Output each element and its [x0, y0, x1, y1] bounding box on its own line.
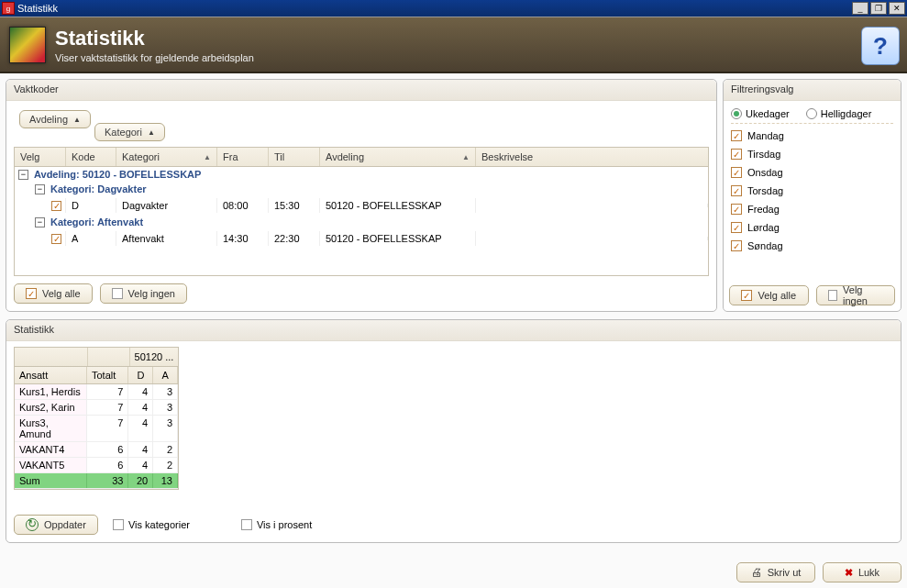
radio-unchecked-icon	[806, 108, 817, 119]
col-velg[interactable]: Velg	[15, 148, 66, 166]
help-button[interactable]: ?	[861, 27, 900, 65]
day-label: Mandag	[747, 130, 784, 141]
check-icon: ✓	[741, 290, 752, 301]
col-kode-label: Kode	[72, 151, 95, 162]
filter-select-all-label: Velg alle	[758, 290, 796, 301]
row-checkbox[interactable]: ✓	[51, 201, 61, 211]
col-avdeling[interactable]: Avdeling▲	[320, 148, 476, 166]
filter-select-all-button[interactable]: ✓ Velg alle	[729, 285, 809, 305]
col-kode[interactable]: Kode	[66, 148, 116, 166]
col-totalt[interactable]: Totalt	[87, 367, 128, 383]
vaktkoder-panel-title: Vaktkoder	[6, 80, 716, 101]
col-ansatt[interactable]: Ansatt	[15, 367, 87, 383]
day-tuesday[interactable]: ✓Tirsdag	[731, 148, 893, 161]
stat-row[interactable]: VAKANT5642	[15, 458, 178, 473]
row-checkbox[interactable]: ✓	[51, 234, 61, 244]
refresh-label: Oppdater	[44, 519, 86, 530]
group-by-avdeling-button[interactable]: Avdeling ▲	[19, 110, 91, 128]
tree-group-avdeling[interactable]: − Avdeling: 50120 - BOFELLESSKAP	[15, 167, 708, 182]
checkbox-icon: ✓	[731, 167, 742, 178]
filter-select-none-label: Velg ingen	[843, 284, 883, 306]
refresh-button[interactable]: Oppdater	[14, 515, 98, 535]
radio-weekdays[interactable]: Ukedager	[731, 108, 790, 119]
maximize-button[interactable]: ❐	[870, 2, 887, 15]
select-none-button[interactable]: Velg ingen	[100, 283, 187, 304]
close-label: Lukk	[858, 567, 879, 578]
day-label: Fredag	[747, 204, 780, 215]
show-percent-checkbox[interactable]: Vis i prosent	[241, 519, 312, 530]
col-velg-label: Velg	[20, 151, 39, 162]
day-monday[interactable]: ✓Mandag	[731, 129, 893, 142]
collapse-icon[interactable]: −	[18, 170, 28, 180]
day-wednesday[interactable]: ✓Onsdag	[731, 166, 893, 179]
refresh-icon	[26, 518, 39, 531]
cell-a: 2	[153, 442, 178, 457]
col-d[interactable]: D	[128, 367, 153, 383]
uncheck-icon	[112, 288, 123, 299]
sum-d: 20	[128, 473, 153, 488]
cell-d: 4	[128, 384, 153, 399]
day-saturday[interactable]: ✓Lørdag	[731, 221, 893, 234]
stat-row[interactable]: Kurs1, Herdis743	[15, 384, 178, 400]
cell-fra: 08:00	[217, 198, 269, 213]
day-label: Onsdag	[747, 167, 783, 178]
cell-ansatt: VAKANT4	[15, 442, 87, 457]
close-icon: ✖	[845, 567, 853, 579]
group-by-kategori-button[interactable]: Kategori ▲	[94, 123, 165, 141]
radio-holidays[interactable]: Helligdager	[806, 108, 872, 119]
col-til[interactable]: Til	[269, 148, 320, 166]
print-label: Skriv ut	[768, 567, 802, 578]
close-button[interactable]: ✖ Lukk	[823, 562, 901, 582]
col-fra[interactable]: Fra	[217, 148, 269, 166]
print-button[interactable]: 🖨 Skriv ut	[736, 562, 815, 582]
sum-label: Sum	[15, 473, 87, 488]
col-beskrivelse[interactable]: Beskrivelse	[476, 148, 708, 166]
uncheck-icon	[828, 290, 838, 301]
checkbox-icon: ✓	[731, 130, 742, 141]
checkbox-icon: ✓	[731, 185, 742, 196]
vaktkoder-panel: Vaktkoder Avdeling ▲ Kategori ▲ Velg K	[6, 79, 717, 312]
day-sunday[interactable]: ✓Søndag	[731, 239, 893, 252]
stat-row[interactable]: Kurs2, Karin743	[15, 400, 178, 416]
tree-group-kat1[interactable]: − Kategori: Dagvakter	[15, 182, 708, 196]
sum-totalt: 33	[87, 473, 128, 488]
day-label: Lørdag	[747, 222, 780, 233]
cell-kategori: Aftenvakt	[116, 231, 217, 246]
radio-checked-icon	[731, 108, 742, 119]
help-icon: ?	[873, 32, 888, 61]
col-a[interactable]: A	[153, 367, 178, 383]
page-subtitle: Viser vaktstatistikk for gjeldende arbei…	[55, 52, 254, 63]
minimize-button[interactable]: _	[852, 2, 868, 15]
filter-select-none-button[interactable]: Velg ingen	[816, 285, 896, 305]
cell-til: 22:30	[269, 231, 320, 246]
checkbox-icon: ✓	[731, 240, 742, 251]
stat-row[interactable]: VAKANT4642	[15, 442, 178, 458]
statistikk-panel: Statistikk 50120 ... Ansatt Totalt D A K…	[6, 319, 901, 543]
show-percent-label: Vis i prosent	[257, 519, 312, 530]
day-thursday[interactable]: ✓Torsdag	[731, 184, 893, 197]
checkbox-unchecked-icon	[113, 519, 124, 530]
stat-grid-header-1: 50120 ...	[15, 348, 178, 367]
day-label: Tirsdag	[747, 149, 780, 160]
checkbox-icon: ✓	[731, 222, 742, 233]
day-friday[interactable]: ✓Fredag	[731, 203, 893, 216]
collapse-icon[interactable]: −	[35, 184, 45, 194]
collapse-icon[interactable]: −	[35, 217, 45, 227]
select-all-button[interactable]: ✓ Velg alle	[14, 283, 93, 304]
group-by-avdeling-label: Avdeling	[29, 114, 68, 125]
col-kategori[interactable]: Kategori▲	[116, 148, 217, 166]
vaktkode-row[interactable]: ✓ A Aftenvakt 14:30 22:30 50120 - BOFELL…	[15, 229, 708, 248]
show-categories-checkbox[interactable]: Vis kategorier	[113, 519, 190, 530]
cell-totalt: 7	[87, 416, 128, 441]
close-window-button[interactable]: ✕	[889, 2, 905, 15]
stat-row[interactable]: Kurs3, Amund743	[15, 416, 178, 442]
dept-column-header[interactable]: 50120 ...	[130, 348, 178, 366]
cell-a: 3	[153, 384, 178, 399]
statistics-logo-icon	[9, 27, 46, 63]
page-title: Statistikk	[55, 27, 254, 50]
title-bar: g Statistikk _ ❐ ✕	[0, 0, 907, 17]
sort-asc-icon: ▲	[204, 153, 211, 161]
sort-asc-icon: ▲	[148, 128, 155, 137]
vaktkode-row[interactable]: ✓ D Dagvakter 08:00 15:30 50120 - BOFELL…	[15, 196, 708, 215]
tree-group-kat2[interactable]: − Kategori: Aftenvakt	[15, 215, 708, 229]
